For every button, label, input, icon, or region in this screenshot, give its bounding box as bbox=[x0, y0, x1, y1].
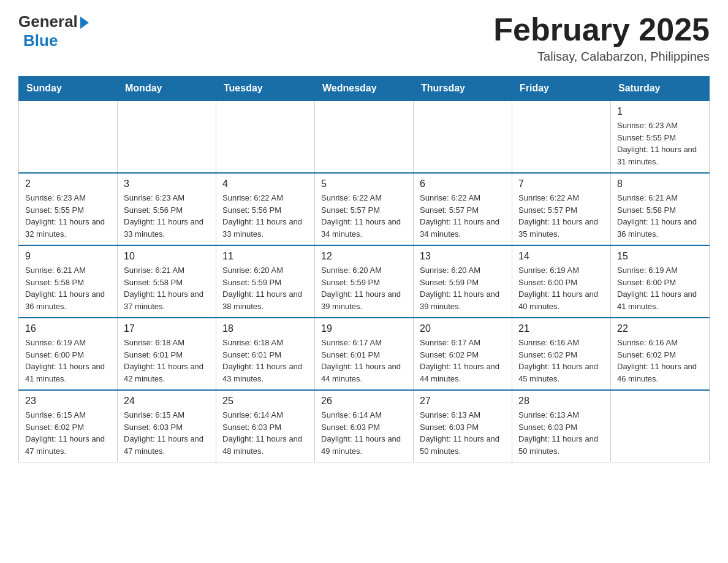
day-info: Sunrise: 6:13 AMSunset: 6:03 PMDaylight:… bbox=[420, 409, 506, 457]
column-header-tuesday: Tuesday bbox=[216, 77, 315, 101]
week-row-5: 23Sunrise: 6:15 AMSunset: 6:02 PMDayligh… bbox=[19, 390, 710, 462]
day-number: 16 bbox=[25, 323, 111, 334]
day-number: 26 bbox=[321, 396, 407, 407]
day-info: Sunrise: 6:17 AMSunset: 6:01 PMDaylight:… bbox=[321, 337, 407, 385]
day-info: Sunrise: 6:22 AMSunset: 5:57 PMDaylight:… bbox=[321, 192, 407, 240]
week-row-3: 9Sunrise: 6:21 AMSunset: 5:58 PMDaylight… bbox=[19, 245, 710, 318]
calendar-cell bbox=[216, 101, 315, 173]
column-header-saturday: Saturday bbox=[611, 77, 710, 101]
day-info: Sunrise: 6:13 AMSunset: 6:03 PMDaylight:… bbox=[518, 409, 604, 457]
calendar-cell: 11Sunrise: 6:20 AMSunset: 5:59 PMDayligh… bbox=[216, 245, 315, 318]
day-info: Sunrise: 6:22 AMSunset: 5:57 PMDaylight:… bbox=[518, 192, 604, 240]
calendar-cell: 27Sunrise: 6:13 AMSunset: 6:03 PMDayligh… bbox=[414, 390, 512, 462]
day-info: Sunrise: 6:18 AMSunset: 6:01 PMDaylight:… bbox=[222, 337, 308, 385]
day-number: 8 bbox=[617, 178, 703, 190]
calendar-cell: 10Sunrise: 6:21 AMSunset: 5:58 PMDayligh… bbox=[118, 245, 216, 318]
calendar-cell bbox=[19, 101, 118, 173]
calendar-cell: 20Sunrise: 6:17 AMSunset: 6:02 PMDayligh… bbox=[414, 318, 512, 390]
calendar-cell: 18Sunrise: 6:18 AMSunset: 6:01 PMDayligh… bbox=[216, 318, 315, 390]
day-info: Sunrise: 6:23 AMSunset: 5:55 PMDaylight:… bbox=[617, 120, 703, 167]
calendar-cell bbox=[315, 101, 414, 173]
calendar-cell: 1Sunrise: 6:23 AMSunset: 5:55 PMDaylight… bbox=[611, 101, 710, 173]
calendar-cell: 28Sunrise: 6:13 AMSunset: 6:03 PMDayligh… bbox=[512, 390, 611, 462]
day-info: Sunrise: 6:19 AMSunset: 6:00 PMDaylight:… bbox=[518, 264, 604, 312]
location-text: Talisay, Calabarzon, Philippines bbox=[493, 50, 710, 64]
day-number: 7 bbox=[518, 178, 604, 190]
day-info: Sunrise: 6:15 AMSunset: 6:03 PMDaylight:… bbox=[124, 409, 210, 457]
column-header-monday: Monday bbox=[118, 77, 216, 101]
day-info: Sunrise: 6:17 AMSunset: 6:02 PMDaylight:… bbox=[420, 337, 506, 385]
day-info: Sunrise: 6:14 AMSunset: 6:03 PMDaylight:… bbox=[222, 409, 308, 457]
calendar-cell: 5Sunrise: 6:22 AMSunset: 5:57 PMDaylight… bbox=[315, 173, 414, 245]
day-info: Sunrise: 6:20 AMSunset: 5:59 PMDaylight:… bbox=[420, 264, 506, 312]
day-info: Sunrise: 6:22 AMSunset: 5:56 PMDaylight:… bbox=[222, 192, 308, 240]
calendar-header-row: SundayMondayTuesdayWednesdayThursdayFrid… bbox=[19, 77, 710, 101]
calendar-cell: 21Sunrise: 6:16 AMSunset: 6:02 PMDayligh… bbox=[512, 318, 611, 390]
column-header-thursday: Thursday bbox=[414, 77, 512, 101]
day-info: Sunrise: 6:16 AMSunset: 6:02 PMDaylight:… bbox=[617, 337, 703, 385]
day-number: 28 bbox=[518, 396, 604, 407]
logo-general-text: General bbox=[18, 12, 78, 31]
calendar-cell: 6Sunrise: 6:22 AMSunset: 5:57 PMDaylight… bbox=[414, 173, 512, 245]
day-info: Sunrise: 6:14 AMSunset: 6:03 PMDaylight:… bbox=[321, 409, 407, 457]
calendar-cell: 26Sunrise: 6:14 AMSunset: 6:03 PMDayligh… bbox=[315, 390, 414, 462]
day-info: Sunrise: 6:21 AMSunset: 5:58 PMDaylight:… bbox=[25, 264, 111, 312]
calendar-cell: 25Sunrise: 6:14 AMSunset: 6:03 PMDayligh… bbox=[216, 390, 315, 462]
week-row-2: 2Sunrise: 6:23 AMSunset: 5:55 PMDaylight… bbox=[19, 173, 710, 245]
day-number: 22 bbox=[617, 323, 703, 334]
day-info: Sunrise: 6:19 AMSunset: 6:00 PMDaylight:… bbox=[25, 337, 111, 385]
calendar-cell bbox=[414, 101, 512, 173]
calendar-cell bbox=[512, 101, 611, 173]
day-info: Sunrise: 6:20 AMSunset: 5:59 PMDaylight:… bbox=[321, 264, 407, 312]
column-header-friday: Friday bbox=[512, 77, 611, 101]
calendar-cell: 7Sunrise: 6:22 AMSunset: 5:57 PMDaylight… bbox=[512, 173, 611, 245]
calendar-cell: 22Sunrise: 6:16 AMSunset: 6:02 PMDayligh… bbox=[611, 318, 710, 390]
day-info: Sunrise: 6:23 AMSunset: 5:55 PMDaylight:… bbox=[25, 192, 111, 240]
day-number: 11 bbox=[222, 251, 308, 262]
column-header-wednesday: Wednesday bbox=[315, 77, 414, 101]
calendar-cell: 15Sunrise: 6:19 AMSunset: 6:00 PMDayligh… bbox=[611, 245, 710, 318]
day-number: 13 bbox=[420, 251, 506, 262]
calendar-cell: 3Sunrise: 6:23 AMSunset: 5:56 PMDaylight… bbox=[118, 173, 216, 245]
day-info: Sunrise: 6:21 AMSunset: 5:58 PMDaylight:… bbox=[124, 264, 210, 312]
calendar-cell bbox=[611, 390, 710, 462]
page-header: General Blue February 2025 Talisay, Cala… bbox=[18, 12, 710, 64]
day-number: 24 bbox=[124, 396, 210, 407]
day-number: 18 bbox=[222, 323, 308, 334]
day-number: 6 bbox=[420, 178, 506, 190]
day-number: 23 bbox=[25, 396, 111, 407]
calendar-cell: 24Sunrise: 6:15 AMSunset: 6:03 PMDayligh… bbox=[118, 390, 216, 462]
day-info: Sunrise: 6:22 AMSunset: 5:57 PMDaylight:… bbox=[420, 192, 506, 240]
calendar-cell: 4Sunrise: 6:22 AMSunset: 5:56 PMDaylight… bbox=[216, 173, 315, 245]
title-section: February 2025 Talisay, Calabarzon, Phili… bbox=[493, 12, 710, 64]
day-number: 2 bbox=[25, 178, 111, 190]
column-header-sunday: Sunday bbox=[19, 77, 118, 101]
day-info: Sunrise: 6:16 AMSunset: 6:02 PMDaylight:… bbox=[518, 337, 604, 385]
calendar-cell: 14Sunrise: 6:19 AMSunset: 6:00 PMDayligh… bbox=[512, 245, 611, 318]
day-number: 21 bbox=[518, 323, 604, 334]
calendar-cell: 19Sunrise: 6:17 AMSunset: 6:01 PMDayligh… bbox=[315, 318, 414, 390]
day-number: 5 bbox=[321, 178, 407, 190]
calendar-cell bbox=[118, 101, 216, 173]
day-number: 10 bbox=[124, 251, 210, 262]
day-number: 9 bbox=[25, 251, 111, 262]
day-number: 20 bbox=[420, 323, 506, 334]
day-info: Sunrise: 6:18 AMSunset: 6:01 PMDaylight:… bbox=[124, 337, 210, 385]
day-number: 4 bbox=[222, 178, 308, 190]
calendar-cell: 2Sunrise: 6:23 AMSunset: 5:55 PMDaylight… bbox=[19, 173, 118, 245]
calendar-cell: 8Sunrise: 6:21 AMSunset: 5:58 PMDaylight… bbox=[611, 173, 710, 245]
day-info: Sunrise: 6:23 AMSunset: 5:56 PMDaylight:… bbox=[124, 192, 210, 240]
calendar-cell: 9Sunrise: 6:21 AMSunset: 5:58 PMDaylight… bbox=[19, 245, 118, 318]
day-number: 1 bbox=[617, 106, 703, 117]
day-number: 14 bbox=[518, 251, 604, 262]
calendar-cell: 23Sunrise: 6:15 AMSunset: 6:02 PMDayligh… bbox=[19, 390, 118, 462]
day-number: 12 bbox=[321, 251, 407, 262]
day-number: 19 bbox=[321, 323, 407, 334]
day-info: Sunrise: 6:20 AMSunset: 5:59 PMDaylight:… bbox=[222, 264, 308, 312]
calendar-cell: 17Sunrise: 6:18 AMSunset: 6:01 PMDayligh… bbox=[118, 318, 216, 390]
logo-blue-text: Blue bbox=[23, 31, 58, 50]
day-number: 3 bbox=[124, 178, 210, 190]
calendar-table: SundayMondayTuesdayWednesdayThursdayFrid… bbox=[18, 76, 710, 462]
calendar-cell: 12Sunrise: 6:20 AMSunset: 5:59 PMDayligh… bbox=[315, 245, 414, 318]
day-info: Sunrise: 6:15 AMSunset: 6:02 PMDaylight:… bbox=[25, 409, 111, 457]
